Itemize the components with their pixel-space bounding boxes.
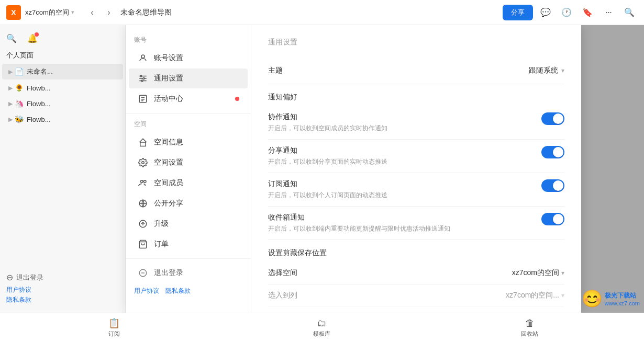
select-doc-dropdown[interactable]: xz7com的空间... ▾ bbox=[506, 291, 564, 300]
notification-item-subscribe: 订阅通知 开启后，可以收到个人订阅页面的动态推送 bbox=[268, 173, 564, 207]
globe-icon bbox=[137, 198, 149, 209]
svg-point-13 bbox=[141, 180, 143, 183]
toggle-share[interactable] bbox=[541, 146, 564, 158]
app-logo: X bbox=[6, 5, 21, 20]
svg-point-6 bbox=[141, 80, 143, 82]
notification-row-collab: 协作通知 开启后，可以收到空间成员的实时协作通知 bbox=[268, 112, 564, 133]
main-area: 🔍 🔔 个人页面 ▶ 📄 未命名... ▶ 🌻 Flowb... ▶ 🦄 Flo… bbox=[0, 25, 644, 313]
sidebar: 🔍 🔔 个人页面 ▶ 📄 未命名... ▶ 🌻 Flowb... ▶ 🦄 Flo… bbox=[0, 25, 126, 313]
forward-button[interactable]: › bbox=[102, 5, 116, 20]
select-space-dropdown[interactable]: xz7com的空间 ▾ bbox=[512, 268, 564, 278]
select-doc-value: xz7com的空间... bbox=[506, 291, 559, 300]
svg-point-12 bbox=[142, 162, 145, 164]
space-name: xz7com的空间 bbox=[25, 8, 69, 17]
toggle-subscribe[interactable] bbox=[541, 179, 564, 192]
bottom-item-trash[interactable]: 🗑 回收站 bbox=[514, 318, 546, 338]
select-space-value: xz7com的空间 bbox=[512, 268, 559, 278]
modal-divider-2 bbox=[126, 258, 251, 259]
sidebar-item-flow2[interactable]: ▶ 🦄 Flowb... bbox=[2, 96, 123, 111]
doc-title: 未命名思维导图 bbox=[120, 8, 172, 17]
bookmark-button[interactable]: 🔖 bbox=[579, 4, 596, 21]
topbar-actions: 分享 💬 🕐 🔖 ··· 🔍 bbox=[503, 4, 638, 21]
modal-item-general-settings[interactable]: 通用设置 bbox=[129, 69, 248, 88]
watermark-text-block: 极光下载站 www.xz7.com bbox=[605, 291, 640, 306]
sidebar-item-flow1[interactable]: ▶ 🌻 Flowb... bbox=[2, 81, 123, 95]
upgrade-icon bbox=[137, 218, 149, 230]
user-agreement-link[interactable]: 用户协议 bbox=[6, 285, 31, 294]
select-space-row: 选择空间 xz7com的空间 ▾ bbox=[268, 262, 564, 284]
activity-dot bbox=[235, 97, 239, 101]
cart-icon bbox=[137, 238, 149, 250]
account-icon bbox=[137, 52, 149, 64]
theme-dropdown[interactable]: 跟随系统 ▾ bbox=[529, 66, 564, 75]
gear-icon bbox=[137, 157, 149, 168]
modal-item-account-settings[interactable]: 账号设置 bbox=[129, 48, 248, 68]
sidebar-item-personal-page[interactable]: 个人页面 bbox=[0, 48, 125, 63]
modal-sidebar: 账号 账号设置 通用设置 bbox=[126, 25, 251, 313]
toggle-knob-collab bbox=[553, 113, 563, 124]
select-doc-chevron-icon: ▾ bbox=[561, 292, 564, 299]
orders-label: 订阅 bbox=[108, 330, 120, 338]
comment-button[interactable]: 💬 bbox=[537, 4, 554, 21]
theme-row: 主题 跟随系统 ▾ bbox=[268, 58, 564, 84]
toggle-knob-subscribe bbox=[553, 180, 563, 191]
sidebar-search-icon[interactable]: 🔍 bbox=[6, 33, 17, 43]
topbar-nav: ‹ › bbox=[85, 5, 116, 20]
svg-point-4 bbox=[140, 75, 142, 77]
orders-icon: 📋 bbox=[108, 317, 120, 329]
modal-item-upgrade[interactable]: 升级 bbox=[129, 214, 248, 234]
sidebar-top-row: 🔍 🔔 bbox=[0, 29, 125, 48]
activity-icon bbox=[137, 93, 149, 105]
modal-item-orders[interactable]: 订单 bbox=[129, 234, 248, 254]
svg-point-0 bbox=[141, 55, 145, 58]
sidebar-footer: ⊖ 退出登录 用户协议 隐私条款 bbox=[0, 266, 125, 309]
toggle-collab[interactable] bbox=[541, 112, 564, 125]
expand-arrow-icon: ▶ bbox=[8, 116, 13, 123]
more-button[interactable]: ··· bbox=[600, 4, 617, 21]
watermark-url: www.xz7.com bbox=[605, 300, 640, 306]
bottombar: 📋 订阅 🗂 模板库 🗑 回收站 bbox=[0, 313, 644, 342]
notification-text-share: 分享通知 开启后，可以收到分享页面的实时动态推送 bbox=[268, 146, 387, 166]
notification-dot bbox=[35, 32, 39, 37]
sidebar-item-unnamed-doc[interactable]: ▶ 📄 未命名... bbox=[2, 64, 123, 79]
modal-item-public-share[interactable]: 公开分享 bbox=[129, 193, 248, 213]
content-area: 账号 账号设置 通用设置 bbox=[126, 25, 644, 313]
modal-item-space-info[interactable]: 空间信息 bbox=[129, 132, 248, 152]
modal-user-agreement-link[interactable]: 用户协议 bbox=[134, 286, 159, 297]
modal-item-space-settings[interactable]: 空间设置 bbox=[129, 153, 248, 173]
modal-section-space: 空间 bbox=[126, 118, 251, 132]
svg-point-14 bbox=[144, 180, 147, 183]
share-button[interactable]: 分享 bbox=[503, 5, 533, 20]
doc-icon: 🦄 bbox=[15, 99, 24, 108]
privacy-link[interactable]: 隐私条款 bbox=[6, 295, 31, 304]
notification-text-inbox: 收件箱通知 开启后，可以收到端内重要功能更新提醒与限时优惠活动推送通知 bbox=[268, 213, 450, 233]
settings-section-title: 通用设置 bbox=[268, 38, 564, 47]
modal-item-logout[interactable]: 退出登录 bbox=[129, 263, 248, 283]
notification-item-inbox: 收件箱通知 开启后，可以收到端内重要功能更新提醒与限时优惠活动推送通知 bbox=[268, 207, 564, 240]
sidebar-item-flow3[interactable]: ▶ 🐝 Flowb... bbox=[2, 112, 123, 127]
watermark: 😊 极光下载站 www.xz7.com bbox=[582, 289, 640, 309]
toggle-inbox[interactable] bbox=[541, 213, 564, 225]
modal-item-space-members[interactable]: 空间成员 bbox=[129, 173, 248, 193]
modal-item-activity-center[interactable]: 活动中心 bbox=[129, 89, 248, 109]
logout-button[interactable]: ⊖ 退出登录 bbox=[6, 270, 119, 284]
watermark-emoji: 😊 bbox=[582, 289, 603, 309]
templates-label: 模板库 bbox=[313, 330, 330, 338]
modal-section-account: 账号 bbox=[126, 33, 251, 48]
sidebar-notification[interactable]: 🔔 bbox=[27, 33, 38, 43]
modal-privacy-link[interactable]: 隐私条款 bbox=[165, 286, 191, 297]
space-selector[interactable]: xz7com的空间 ▾ bbox=[25, 8, 74, 17]
svg-point-5 bbox=[143, 78, 145, 79]
toggle-knob-inbox bbox=[553, 214, 563, 224]
back-button[interactable]: ‹ bbox=[85, 5, 99, 20]
search-button[interactable]: 🔍 bbox=[621, 4, 638, 21]
templates-icon: 🗂 bbox=[317, 318, 327, 329]
watermark-site: 极光下载站 bbox=[605, 291, 640, 300]
people-icon bbox=[137, 177, 149, 189]
notification-row-share: 分享通知 开启后，可以收到分享页面的实时动态推送 bbox=[268, 146, 564, 166]
logout-icon bbox=[137, 267, 149, 279]
bottom-item-orders[interactable]: 📋 订阅 bbox=[98, 317, 130, 338]
history-button[interactable]: 🕐 bbox=[558, 4, 575, 21]
expand-arrow-icon: ▶ bbox=[8, 100, 13, 107]
bottom-item-templates[interactable]: 🗂 模板库 bbox=[306, 318, 338, 338]
